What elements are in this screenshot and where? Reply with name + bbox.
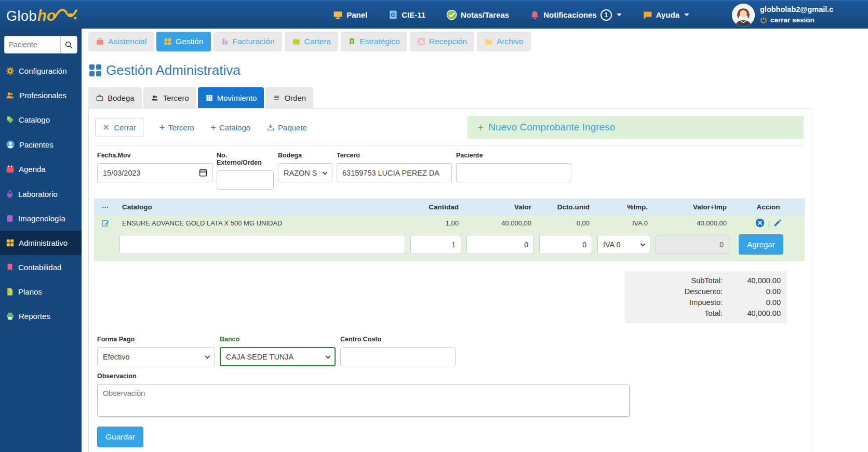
nav-cie11[interactable]: CIE-11: [388, 10, 425, 20]
cerrar-button[interactable]: ✕ Cerrar: [95, 118, 143, 137]
tab-recepcion[interactable]: Recepción: [410, 32, 474, 51]
total-value: 40,000.00: [723, 308, 781, 319]
nav-cie11-label: CIE-11: [402, 10, 425, 19]
paciente-label: Paciente: [456, 152, 571, 159]
externo-label: No. Externo/Orden: [217, 152, 274, 166]
menu-dots-icon[interactable]: ···: [94, 203, 117, 211]
tab-estrategico[interactable]: Estratégico: [341, 32, 407, 51]
sidebar-item-label: Reportes: [19, 312, 50, 321]
new-valor-input[interactable]: [466, 235, 534, 254]
table-row: ENSURE ADVANCE GOLD LATA X 500 MG UNIDAD…: [94, 215, 805, 231]
subtab-bodega[interactable]: Bodega: [88, 87, 142, 108]
sidebar-item-label: Profesionales: [19, 91, 66, 100]
nav-panel[interactable]: Panel: [333, 10, 367, 20]
tab-archivo[interactable]: Archivo: [477, 32, 531, 51]
subtab-movimiento[interactable]: Movimiento: [198, 87, 264, 108]
new-dcto-input[interactable]: [539, 235, 592, 254]
sidebar-item-label: Planos: [18, 287, 42, 296]
tab-facturacion[interactable]: Facturación: [213, 32, 282, 51]
payment-form: Forma Pago Efectivo Banco CAJA SEDE TUNJ…: [97, 336, 805, 366]
bodega-select[interactable]: RAZON S: [278, 163, 332, 182]
nav-ayuda[interactable]: Ayuda: [643, 10, 689, 20]
impuesto-value: 0.00: [723, 297, 781, 308]
sidebar-item-pacientes[interactable]: Pacientes: [0, 132, 82, 157]
sidebar-item-planos[interactable]: Planos: [0, 280, 82, 304]
sidebar-item-configuracion[interactable]: Configuración: [0, 59, 82, 83]
externo-input[interactable]: [217, 170, 274, 190]
banco-select-wrap: CAJA SEDE TUNJA: [220, 347, 336, 366]
tab-asistencial[interactable]: Asistencial: [88, 32, 154, 51]
cell-cantidad: 1,00: [408, 219, 464, 227]
patient-search: [4, 36, 77, 54]
sidebar-item-profesionales[interactable]: Profesionales: [0, 83, 82, 108]
cell-imp: IVA 0: [595, 219, 653, 227]
search-input[interactable]: [4, 36, 60, 54]
bell-icon: [530, 10, 540, 20]
user-email: globholab2@gmail.c: [760, 4, 833, 16]
new-catalogo-input[interactable]: [119, 235, 405, 254]
sidebar-item-reportes[interactable]: Reportes: [0, 304, 82, 328]
centro-costo-field: Centro Costo: [340, 336, 456, 366]
nav-notas-tareas[interactable]: Notas/Tareas: [446, 9, 509, 20]
total-label: Total:: [631, 308, 723, 319]
nuevo-comprobante-banner[interactable]: + Nuevo Comprobante Ingreso: [468, 116, 804, 139]
nav-notificaciones[interactable]: Notificaciones 1: [530, 9, 622, 21]
search-button[interactable]: [60, 36, 77, 54]
briefcase-icon: [292, 37, 301, 46]
briefcase-icon: [96, 37, 104, 46]
check-circle-icon: [446, 9, 457, 20]
edit-pencil-icon[interactable]: [773, 219, 782, 228]
fecha-label: Fecha.Mov: [97, 152, 212, 159]
cell-valor: 40.000,00: [464, 219, 537, 227]
logo-swoosh-icon: [54, 5, 78, 21]
plus-icon: +: [477, 122, 484, 133]
subtab-label: Orden: [284, 94, 306, 102]
paciente-input[interactable]: [456, 163, 571, 182]
sidebar-item-catalogo[interactable]: Catalogo: [0, 108, 82, 132]
tab-gestion[interactable]: Gestión: [156, 32, 210, 51]
guardar-button[interactable]: Guardar: [97, 427, 143, 447]
agregar-button[interactable]: Agregar: [739, 234, 783, 255]
subtab-tercero[interactable]: Tercero: [143, 87, 196, 108]
descuento-label: Descuento:: [631, 286, 723, 297]
new-cantidad-input[interactable]: [410, 235, 461, 254]
sidebar-item-laboratorio[interactable]: Laboratorio: [0, 181, 82, 206]
new-imp-select[interactable]: IVA 0: [597, 235, 650, 254]
items-table: ··· Catalogo Cantidad Valor Dcto.unid %I…: [94, 198, 805, 261]
sidebar-item-imagenologia[interactable]: Imagenología: [0, 206, 82, 231]
subtab-orden[interactable]: Orden: [265, 87, 313, 108]
tercero-link-label: Tercero: [168, 123, 194, 132]
descuento-row: Descuento: 0.00: [631, 286, 781, 297]
paquete-button[interactable]: Paquete: [266, 123, 307, 132]
tercero-input[interactable]: [337, 163, 452, 182]
centro-costo-input[interactable]: [340, 347, 456, 366]
sidebar-item-contabilidad[interactable]: Contabilidad: [0, 255, 82, 280]
externo-field: No. Externo/Orden: [217, 152, 274, 190]
delete-x-circle-icon[interactable]: [755, 218, 765, 228]
avatar[interactable]: [732, 4, 755, 26]
tab-cartera[interactable]: Cartera: [285, 32, 339, 51]
add-catalogo-button[interactable]: + Catalogo: [210, 123, 250, 132]
file-icon: [6, 287, 14, 296]
fecha-input[interactable]: [97, 163, 212, 182]
add-tercero-button[interactable]: + Tercero: [159, 123, 194, 132]
sidebar-item-agenda[interactable]: Agenda: [0, 157, 82, 181]
printer-icon: [6, 312, 15, 321]
observacion-field: Observacion: [97, 373, 805, 417]
gear-icon: [6, 67, 15, 75]
bodega-label: Bodega: [278, 152, 332, 159]
cell-catalogo: ENSURE ADVANCE GOLD LATA X 500 MG UNIDAD: [117, 219, 408, 227]
row-edit-cell[interactable]: [94, 219, 117, 228]
user-block: globholab2@gmail.c cerrar sesión: [732, 4, 868, 26]
observacion-textarea[interactable]: [97, 384, 630, 417]
subtab-label: Tercero: [163, 94, 189, 102]
cell-accion: |: [732, 218, 805, 228]
logout-link[interactable]: cerrar sesión: [760, 15, 833, 25]
forma-pago-select[interactable]: Efectivo: [97, 347, 215, 366]
banco-select[interactable]: CAJA SEDE TUNJA: [220, 347, 336, 366]
sidebar-item-administrativo[interactable]: Administrativo: [0, 231, 82, 255]
main-content: Asistencial Gestión Facturación Cartera …: [82, 29, 868, 452]
cell-dcto: 0,00: [537, 219, 595, 227]
sub-tabs: Bodega Tercero Movimiento Orden: [88, 87, 868, 108]
grid-icon: [6, 238, 15, 247]
